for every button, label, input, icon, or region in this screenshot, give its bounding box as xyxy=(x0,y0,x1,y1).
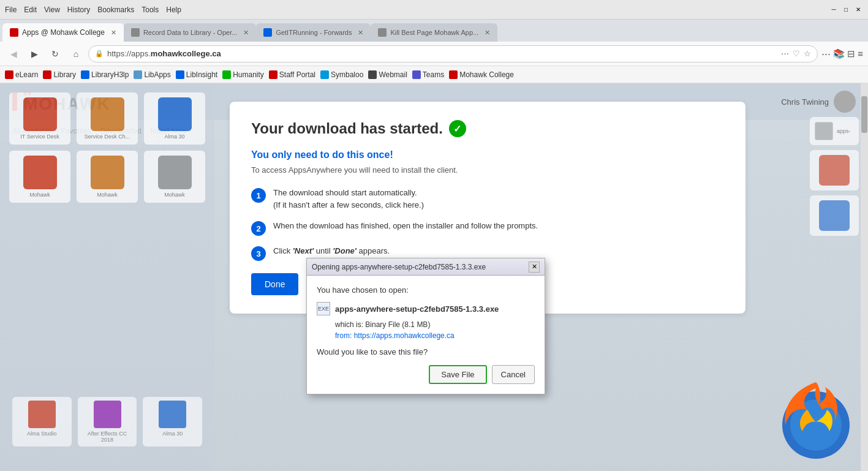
minimize-button[interactable]: ─ xyxy=(829,5,839,15)
dialog-prompt: You have chosen to open: xyxy=(317,285,535,295)
menu-edit[interactable]: Edit xyxy=(24,6,37,14)
nav-bar: ◀ ▶ ↻ ⌂ 🔒 https://apps.mohawkcollege.ca … xyxy=(0,42,868,66)
bookmark-symbaloo-label: Symbaloo xyxy=(331,70,363,79)
bookmark-libinsight[interactable]: LibInsight xyxy=(176,70,217,79)
back-button[interactable]: ◀ xyxy=(5,45,22,62)
heart-icon[interactable]: ♡ xyxy=(793,49,800,58)
lock-icon: 🔒 xyxy=(95,50,104,58)
tab-label-1: Record Data to Library - Oper... xyxy=(143,29,237,36)
dialog-file-icon: EXE xyxy=(317,302,330,315)
tab-close-2[interactable]: ✕ xyxy=(358,29,363,37)
bookmark-libraryh3lp-label: LibraryH3lp xyxy=(91,70,129,79)
maximize-button[interactable]: □ xyxy=(841,5,851,15)
bookmark-teams[interactable]: Teams xyxy=(412,70,444,79)
library-bm-icon xyxy=(43,70,51,79)
tab-active[interactable]: Apps @ Mohawk College ✕ xyxy=(2,23,124,42)
bookmark-mohawk-label: Mohawk College xyxy=(459,70,514,79)
file-open-dialog: Opening apps-anywhere-setup-c2febd7585-1… xyxy=(306,258,545,394)
menu-help[interactable]: Help xyxy=(166,6,181,14)
address-text: https://apps.mohawkcollege.ca xyxy=(107,49,777,58)
dialog-close-button[interactable]: ✕ xyxy=(529,262,540,273)
tab-favicon-1 xyxy=(131,28,140,37)
tab-2[interactable]: GetITRunning - Forwards ✕ xyxy=(256,23,371,42)
tab-3[interactable]: Kill Best Page Mohawk App... ✕ xyxy=(371,23,497,42)
bookmark-library[interactable]: Library xyxy=(43,70,76,79)
bookmark-staffportal[interactable]: Staff Portal xyxy=(269,70,315,79)
tab-label-2: GetITRunning - Forwards xyxy=(276,29,352,36)
tab-close-active[interactable]: ✕ xyxy=(111,29,116,37)
menu-view[interactable]: View xyxy=(44,6,60,14)
save-file-button[interactable]: Save File xyxy=(429,365,486,384)
symbaloo-icon xyxy=(320,70,329,79)
bookmark-elearn-label: eLearn xyxy=(15,70,38,79)
bookmark-star-icon[interactable]: ⋯ xyxy=(781,49,789,58)
menu-file[interactable]: File xyxy=(5,6,17,14)
tab-close-3[interactable]: ✕ xyxy=(485,29,490,37)
menu-tools[interactable]: Tools xyxy=(142,6,159,14)
dialog-title-text: Opening apps-anywhere-setup-c2febd7585-1… xyxy=(312,263,529,271)
tab-close-1[interactable]: ✕ xyxy=(243,29,249,37)
refresh-button[interactable]: ↻ xyxy=(47,45,64,62)
dialog-from: from: https://apps.mohawkcollege.ca xyxy=(335,331,535,340)
webmail-icon xyxy=(368,70,377,79)
close-button[interactable]: ✕ xyxy=(853,5,863,15)
bookmark-library-label: Library xyxy=(53,70,76,79)
bookmark-elearn[interactable]: eLearn xyxy=(5,70,38,79)
star-icon[interactable]: ☆ xyxy=(804,49,811,58)
tab-favicon-3 xyxy=(378,28,387,37)
dialog-question: Would you like to save this file? xyxy=(317,347,535,356)
bookmark-teams-label: Teams xyxy=(423,70,444,79)
browser-window: File Edit View History Bookmarks Tools H… xyxy=(0,0,868,471)
dialog-file-type: which is: Binary File (8.1 MB) xyxy=(335,320,535,329)
tab-label-3: Kill Best Page Mohawk App... xyxy=(390,29,478,36)
dialog-file-row: EXE apps-anywhere-setup-c2febd7585-1.3.3… xyxy=(317,302,535,315)
title-bar: File Edit View History Bookmarks Tools H… xyxy=(0,0,868,20)
dialog-buttons: Save File Cancel xyxy=(317,365,535,384)
tab-favicon xyxy=(10,28,18,37)
dialog-from-url: https://apps.mohawkcollege.ca xyxy=(354,331,455,340)
address-icons: ⋯ ♡ ☆ xyxy=(781,49,811,58)
overflow-icon[interactable]: ⋯ xyxy=(821,48,831,59)
tab-bar: Apps @ Mohawk College ✕ Record Data to L… xyxy=(0,20,868,42)
bookmark-symbaloo[interactable]: Symbaloo xyxy=(320,70,363,79)
dialog-overlay: Opening apps-anywhere-setup-c2febd7585-1… xyxy=(0,83,868,471)
bookmark-humanity-label: Humanity xyxy=(233,70,264,79)
bookmark-humanity[interactable]: Humanity xyxy=(222,70,264,79)
tab-1[interactable]: Record Data to Library - Oper... ✕ xyxy=(124,23,256,42)
bookmarks-bar: eLearn Library LibraryH3lp LibApps LibIn… xyxy=(0,66,868,83)
bookmark-mohawk[interactable]: Mohawk College xyxy=(449,70,514,79)
staffportal-icon xyxy=(269,70,277,79)
cancel-button[interactable]: Cancel xyxy=(492,365,535,384)
bookmark-libraryh3lp[interactable]: LibraryH3lp xyxy=(81,70,129,79)
dialog-body: You have chosen to open: EXE apps-anywhe… xyxy=(307,276,545,394)
menu-icon[interactable]: ≡ xyxy=(858,48,863,59)
menu-history[interactable]: History xyxy=(67,6,90,14)
libinsight-icon xyxy=(176,70,184,79)
elearn-icon xyxy=(5,70,13,79)
menu-bookmarks[interactable]: Bookmarks xyxy=(97,6,134,14)
bookmark-libapps[interactable]: LibApps xyxy=(134,70,170,79)
dialog-title-bar: Opening apps-anywhere-setup-c2febd7585-1… xyxy=(307,258,545,276)
dialog-filename: apps-anywhere-setup-c2febd7585-1.3.3.exe xyxy=(335,304,499,314)
sidebar-icon[interactable]: ⊟ xyxy=(847,48,855,59)
file-type-icon: EXE xyxy=(318,306,329,312)
libapps-icon xyxy=(134,70,142,79)
teams-icon xyxy=(412,70,421,79)
tab-favicon-2 xyxy=(263,28,272,37)
humanity-icon xyxy=(222,70,231,79)
bookmark-webmail[interactable]: Webmail xyxy=(368,70,407,79)
address-bar[interactable]: 🔒 https://apps.mohawkcollege.ca ⋯ ♡ ☆ xyxy=(88,45,818,62)
home-button[interactable]: ⌂ xyxy=(67,45,85,62)
bookmark-libinsight-label: LibInsight xyxy=(186,70,217,79)
menu-bar: File Edit View History Bookmarks Tools H… xyxy=(5,6,829,14)
library-icon[interactable]: 📚 xyxy=(833,48,845,59)
tab-label-active: Apps @ Mohawk College xyxy=(22,28,105,37)
address-domain: mohawkcollege.ca xyxy=(151,49,221,58)
window-controls: ─ □ ✕ xyxy=(829,5,863,15)
dialog-from-label: from: xyxy=(335,331,352,340)
address-prefix: https://apps. xyxy=(107,49,151,58)
libraryh3lp-icon xyxy=(81,70,89,79)
forward-button[interactable]: ▶ xyxy=(26,45,43,62)
bookmark-webmail-label: Webmail xyxy=(379,70,407,79)
bookmark-libapps-label: LibApps xyxy=(144,70,170,79)
